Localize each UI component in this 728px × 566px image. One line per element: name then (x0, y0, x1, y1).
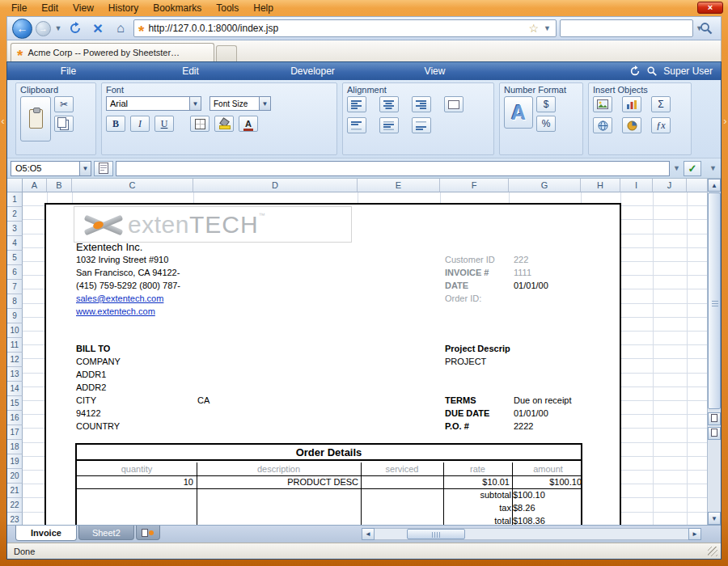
copy-button[interactable] (54, 116, 74, 132)
column-header-b[interactable]: B (47, 179, 72, 192)
vertical-scrollbar[interactable]: ▲ ▼ (707, 179, 721, 525)
bookmark-star-icon[interactable]: ☆ (528, 22, 539, 35)
underline-button[interactable]: U (154, 116, 174, 132)
chevron-down-icon[interactable]: ▼ (79, 162, 91, 175)
scroll-up-button[interactable]: ▲ (708, 179, 721, 192)
font-name-select[interactable]: Arial ▼ (106, 96, 201, 111)
search-go-button[interactable] (696, 19, 716, 38)
forward-button[interactable]: → (36, 21, 51, 36)
row-header[interactable]: 19 (7, 454, 23, 469)
cell-reference-box[interactable]: O5:O5 ▼ (11, 161, 91, 176)
window-close-button[interactable]: × (697, 2, 723, 14)
scroll-down-button[interactable]: ▼ (708, 512, 721, 525)
column-header-d[interactable]: D (193, 179, 358, 192)
column-header-j[interactable]: J (653, 179, 687, 192)
app-menu-developer[interactable]: Developer (252, 65, 374, 77)
row-header[interactable]: 17 (7, 425, 23, 440)
sync-icon[interactable] (629, 65, 641, 77)
ribbon-scroll-left-icon[interactable]: ‹ (0, 115, 6, 127)
formula-dropdown-icon[interactable]: ▼ (672, 164, 681, 172)
row-header[interactable]: 8 (7, 294, 23, 309)
app-menu-view[interactable]: View (374, 65, 496, 77)
horizontal-scrollbar[interactable]: ◄ ► (362, 528, 701, 540)
insert-image-button[interactable] (593, 96, 612, 112)
row-header[interactable]: 7 (7, 280, 23, 294)
row-header[interactable]: 3 (7, 222, 23, 236)
row-header[interactable]: 20 (7, 469, 23, 484)
ribbon-scroll-right-icon[interactable]: › (722, 115, 728, 127)
sheet-tab-invoice[interactable]: Invoice (15, 526, 77, 541)
fill-color-button[interactable] (214, 116, 234, 132)
bold-button[interactable]: B (106, 116, 125, 132)
row-header[interactable]: 22 (7, 498, 23, 513)
row-header[interactable]: 9 (7, 309, 23, 323)
menu-tools[interactable]: Tools (216, 2, 239, 14)
align-bottom-button[interactable] (412, 117, 431, 133)
refresh-button[interactable] (66, 19, 85, 38)
resize-grip[interactable] (708, 547, 717, 556)
insert-link-button[interactable] (593, 117, 612, 133)
insert-function-fx-button[interactable] (94, 161, 113, 176)
borders-button[interactable] (190, 116, 210, 132)
url-input[interactable] (148, 23, 524, 34)
currency-format-button[interactable]: $ (536, 96, 556, 112)
formula-bar-options-icon[interactable]: ▼ (709, 164, 717, 172)
row-header[interactable]: 14 (7, 382, 23, 396)
font-size-select[interactable]: Font Size ▼ (210, 96, 271, 111)
browser-tab-active[interactable]: * Acme Corp -- Powered by Sheetster… (11, 43, 214, 61)
sheet-tab-sheet2[interactable]: Sheet2 (78, 526, 134, 540)
row-header[interactable]: 10 (7, 323, 23, 338)
row-header[interactable]: 23 (7, 513, 23, 525)
formula-input[interactable] (116, 161, 670, 176)
scroll-extra-button-1[interactable] (708, 412, 721, 425)
stop-button[interactable]: ✕ (88, 19, 108, 38)
menu-history[interactable]: History (108, 2, 138, 14)
row-header[interactable]: 1 (7, 192, 23, 207)
history-dropdown-icon[interactable]: ▼ (54, 24, 62, 32)
company-email-link[interactable]: sales@extentech.com (76, 294, 163, 303)
row-header[interactable]: 13 (7, 367, 23, 382)
add-sheet-button[interactable] (136, 526, 160, 540)
column-header-i[interactable]: I (620, 179, 653, 192)
url-bar[interactable]: * ☆ ▼ (133, 19, 557, 37)
app-menu-file[interactable]: File (7, 65, 129, 77)
app-menu-edit[interactable]: Edit (129, 65, 252, 77)
sheet-canvas[interactable]: exten TECH ™ Extentech Inc. 1032 Irving … (23, 192, 707, 525)
column-header-a[interactable]: A (23, 179, 47, 192)
zoom-icon[interactable] (646, 65, 658, 77)
row-header[interactable]: 2 (7, 207, 23, 222)
column-header-h[interactable]: H (581, 179, 620, 192)
scroll-right-button[interactable]: ► (688, 528, 701, 540)
column-header-f[interactable]: F (440, 179, 509, 192)
search-input[interactable] (567, 23, 692, 34)
horizontal-scroll-thumb[interactable] (407, 529, 465, 539)
menu-file[interactable]: File (11, 2, 27, 14)
search-box[interactable]: ▼ (560, 19, 693, 37)
italic-button[interactable]: I (130, 116, 150, 132)
align-middle-button[interactable] (379, 117, 399, 133)
home-button[interactable]: ⌂ (111, 19, 130, 38)
row-header[interactable]: 4 (7, 236, 23, 251)
vertical-scroll-thumb[interactable] (708, 192, 721, 409)
insert-pie-chart-button[interactable] (622, 117, 641, 133)
confirm-entry-button[interactable]: ✓ (684, 161, 701, 176)
scroll-left-button[interactable]: ◄ (362, 528, 375, 540)
merge-cells-button[interactable] (444, 96, 463, 112)
percent-format-button[interactable]: % (536, 116, 556, 132)
align-left-button[interactable] (347, 96, 366, 112)
column-header-e[interactable]: E (358, 179, 440, 192)
url-dropdown-icon[interactable]: ▼ (543, 24, 552, 32)
row-header[interactable]: 6 (7, 265, 23, 280)
row-header[interactable]: 11 (7, 338, 23, 353)
format-font-scale-button[interactable]: A (504, 96, 533, 129)
menu-help[interactable]: Help (253, 2, 273, 14)
new-tab-button[interactable] (216, 45, 237, 61)
menu-edit[interactable]: Edit (41, 2, 58, 14)
insert-function-button[interactable]: ƒx (651, 117, 671, 133)
row-header[interactable]: 15 (7, 396, 23, 411)
horizontal-scroll-track[interactable] (375, 528, 688, 540)
cut-button[interactable]: ✂ (54, 96, 74, 112)
align-right-button[interactable] (412, 96, 431, 112)
align-center-button[interactable] (379, 96, 399, 112)
company-website-link[interactable]: www.extentech.com (76, 306, 155, 316)
